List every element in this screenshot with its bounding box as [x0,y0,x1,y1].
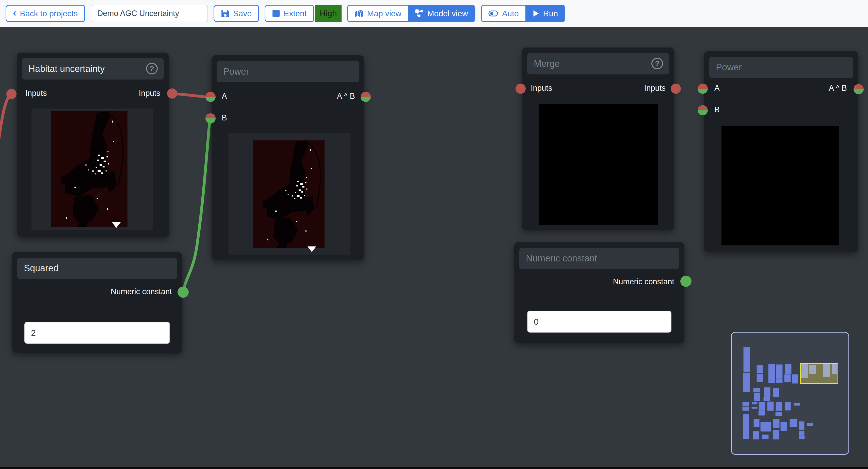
minimap-viewport-node [832,364,837,374]
power-left-port-a[interactable] [206,92,216,102]
minimap-node [760,422,771,432]
minimap-node [758,402,766,411]
numeric-constant-output-port[interactable] [680,276,691,287]
merge-input-port-left[interactable] [516,84,526,94]
power-left-out-label: A ^ B [337,92,355,101]
minimap-node [762,435,769,439]
minimap-node [776,402,782,411]
squared-value-input[interactable] [24,322,170,344]
minimap-node [753,388,760,392]
node-habitat-uncertainty[interactable]: ? Inputs Inputs [17,53,169,237]
node-numeric-constant[interactable]: Numeric constant [514,242,684,343]
habitat-input-port-right[interactable] [167,88,177,98]
help-icon[interactable]: ? [146,63,158,75]
back-to-projects-button[interactable]: ‹ Back to projects [6,5,85,22]
map-view-button[interactable]: Map view [348,6,408,21]
auto-toggle-button[interactable]: Auto [482,6,525,21]
extent-square-icon [272,9,280,18]
model-view-button[interactable]: Model view [408,6,475,21]
merge-title-input[interactable] [527,53,669,75]
node-power-right[interactable]: A B A ^ B [704,51,858,252]
minimap-node [758,411,765,416]
minimap-node [767,402,774,411]
minimap-node [743,373,750,392]
squared-output-port[interactable] [178,287,189,298]
habitat-title-input[interactable] [22,58,164,80]
minimap-viewport-node [809,365,816,374]
edge-habitat-to-power-a[interactable] [172,93,209,97]
power-right-port-out[interactable] [854,84,864,94]
power-right-port-b[interactable] [698,105,708,115]
save-icon [221,9,229,18]
power-right-port-a[interactable] [698,84,708,94]
toolbar: ‹ Back to projects Save Extent High Map … [0,0,868,27]
minimap-node [794,403,800,406]
project-name-input[interactable] [91,5,208,22]
minimap-node [756,374,763,382]
power-left-title-input[interactable] [217,61,359,82]
node-squared[interactable]: Numeric constant [12,252,182,353]
habitat-input-port-left[interactable] [6,89,17,99]
power-right-title-input[interactable] [709,57,853,78]
minimap-viewport-node [823,373,830,377]
habitat-left-port-label: Inputs [25,89,47,98]
minimap-viewport-node [823,364,830,373]
resolution-select[interactable]: High [315,5,342,22]
raster-preview-image [51,109,127,229]
minimap-node [764,387,771,397]
chevron-left-icon: ‹ [13,8,16,18]
map-view-icon [354,9,364,18]
minimap-node [773,388,779,397]
minimap-node [742,402,749,406]
minimap-node [784,374,791,382]
minimap-node [776,364,783,379]
save-label: Save [233,9,252,18]
resolution-label: High [320,9,337,18]
minimap-node [789,419,797,427]
numeric-constant-title-input[interactable] [519,248,679,269]
run-play-icon [532,10,540,17]
raster-preview-black [721,126,839,245]
power-left-port-b[interactable] [206,113,216,123]
edge-squared-to-power-b[interactable] [183,119,210,291]
node-power-left[interactable]: A B A ^ B [212,55,364,260]
expand-preview-arrow[interactable] [112,222,121,228]
extent-button[interactable]: Extent [265,5,314,22]
numeric-constant-value-input[interactable] [527,311,672,332]
minimap-node [799,435,805,439]
merge-input-port-right[interactable] [671,84,681,94]
squared-title-input[interactable] [17,258,177,279]
minimap-node [799,431,805,435]
help-icon[interactable]: ? [651,58,663,69]
model-view-icon [415,9,424,18]
minimap-node [751,407,757,409]
power-left-port-out[interactable] [361,92,371,102]
power-left-a-label: A [222,92,227,101]
run-label: Run [543,9,558,18]
merge-left-port-label: Inputs [531,84,552,93]
minimap-node [792,374,798,384]
minimap-node [752,402,757,405]
save-button[interactable]: Save [214,5,259,22]
bottom-strip [0,467,868,469]
expand-preview-arrow[interactable] [308,246,316,252]
merge-right-port-label: Inputs [644,84,665,93]
auto-label: Auto [502,9,519,18]
back-to-projects-label: Back to projects [20,9,78,18]
extent-label: Extent [284,9,307,18]
minimap-node [799,421,805,430]
minimap-node [753,419,760,427]
edge-offscreen-to-habitat[interactable] [0,94,11,142]
power-right-b-label: B [714,105,720,114]
minimap-viewport-node [801,373,808,378]
minimap-node [768,364,775,383]
power-right-out-label: A ^ B [829,84,847,93]
node-merge[interactable]: ? Inputs Inputs [522,48,674,230]
minimap-node [742,407,749,411]
minimap-node [776,379,783,383]
minimap[interactable] [731,332,849,455]
model-view-label: Model view [427,9,468,18]
view-toggle-group: Map view Model view [347,5,475,22]
minimap-node [763,397,770,401]
run-button[interactable]: Run [525,6,565,21]
